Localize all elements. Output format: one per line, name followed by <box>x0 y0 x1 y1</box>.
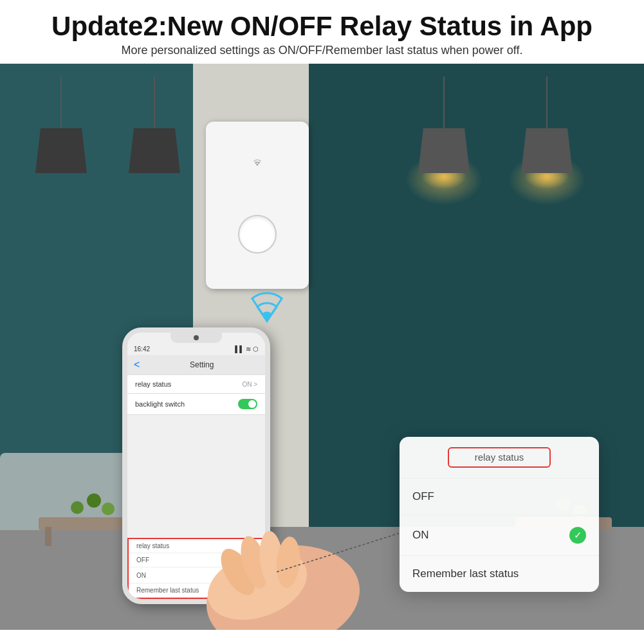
backlight-toggle[interactable] <box>238 399 257 409</box>
phone-relay-status-row[interactable]: relay status ON > <box>127 375 265 394</box>
relay-status-label: relay status <box>135 380 171 388</box>
popup-check-icon: ✓ <box>569 527 586 544</box>
lamp-cord <box>60 77 62 128</box>
relay-status-value: ON > <box>242 381 257 388</box>
hand <box>193 469 373 630</box>
popup-on-option[interactable]: ON ✓ <box>400 515 599 556</box>
wifi-signal <box>238 282 296 327</box>
lamp-shade <box>129 128 180 173</box>
lamp-shade <box>418 128 470 173</box>
subtitle: More personalized settings as ON/OFF/Rem… <box>13 44 631 57</box>
light-switch-panel <box>206 122 309 289</box>
lamp-left-1 <box>35 77 87 173</box>
toggle-thumb <box>248 400 256 408</box>
popup-off-label: OFF <box>412 490 434 503</box>
backlight-label: backlight switch <box>135 400 185 408</box>
lamp-shade <box>521 128 573 173</box>
lamp-left-2 <box>129 77 180 173</box>
table-leg-left <box>45 527 51 546</box>
phone-nav-bar: < Setting <box>127 355 265 375</box>
popup-remember-option[interactable]: Remember last status <box>400 556 599 592</box>
popup-title: relay status <box>475 452 524 463</box>
phone-off-label: OFF <box>136 557 149 564</box>
lamp-shade <box>35 128 87 173</box>
popup-off-option[interactable]: OFF <box>400 479 599 515</box>
phone-camera <box>194 335 199 340</box>
page-title: Update2:New ON/OFF Relay Status in App <box>13 12 631 41</box>
phone-signal-icons: ▌▌ ≋ ⬡ <box>235 345 259 353</box>
lamp-cord <box>443 77 445 128</box>
popup-title-box: relay status <box>448 447 551 468</box>
title-rest: New ON/OFF Relay Status in App <box>167 11 593 41</box>
phone-remember-label: Remember last status <box>136 587 199 594</box>
phone-on-label: ON <box>136 572 146 579</box>
popup-on-label: ON <box>412 529 429 542</box>
lamp-cord <box>546 77 547 128</box>
phone-screen-title: Setting <box>145 360 259 369</box>
header: Update2:New ON/OFF Relay Status in App M… <box>0 0 644 64</box>
phone-relay-section-label: relay status <box>136 542 169 549</box>
popup-remember-label: Remember last status <box>412 567 519 580</box>
switch-wifi-icon <box>251 157 264 170</box>
popup-title-row: relay status <box>400 437 599 479</box>
phone-back-button[interactable]: < <box>134 359 140 371</box>
lamp-cord <box>154 77 155 128</box>
lamp-right-1 <box>418 77 470 189</box>
phone-time: 16:42 <box>134 345 150 353</box>
phone-backlight-row[interactable]: backlight switch <box>127 394 265 415</box>
lamp-right-2 <box>521 77 573 189</box>
check-mark-symbol: ✓ <box>574 529 582 541</box>
title-bold: Update2: <box>51 11 167 41</box>
main-scene: 16:42 ▌▌ ≋ ⬡ < Setting relay status ON >… <box>0 64 644 630</box>
popup-menu: relay status OFF ON ✓ Remember last stat… <box>400 437 599 592</box>
switch-button[interactable] <box>238 215 277 253</box>
